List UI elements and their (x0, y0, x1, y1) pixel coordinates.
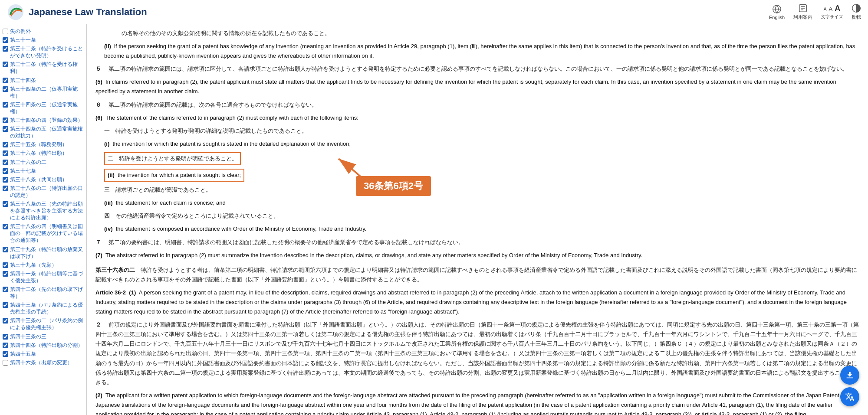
sidebar-checkbox-4[interactable] (3, 78, 8, 83)
sidebar-label-2: 第三十二条（特許を受けることができない発明） (10, 45, 84, 59)
sidebar-item-22[interactable]: 第四十三条の二（パリ条約の例による優先権主張） (0, 316, 86, 332)
sidebar-checkbox-19[interactable] (3, 271, 8, 277)
sidebar-label-26: 第四十六条（出願の変更） (10, 359, 72, 366)
sidebar-checkbox-6[interactable] (3, 102, 8, 108)
content-block-para2-ja: ２ 前項の規定により外国語書面及び外国語要約書面を願書に添付した特許出願（以下「… (95, 320, 859, 387)
sidebar-label-24: 第四十四条（特許出願の分割） (10, 342, 83, 349)
highlight-english: (ii) the invention for which a patent is… (104, 169, 244, 182)
sidebar-item-2[interactable]: 第三十二条（特許を受けることができない発明） (0, 44, 86, 60)
sidebar-checkbox-16[interactable] (3, 224, 8, 229)
sidebar-checkbox-15[interactable] (3, 201, 8, 207)
sidebar-item-6[interactable]: 第三十四条の三（仮通常実施権） (0, 100, 86, 116)
sidebar-label-6: 第三十四条の三（仮通常実施権） (10, 101, 84, 115)
download-fab[interactable] (840, 366, 859, 385)
sidebar-checkbox-17[interactable] (3, 247, 8, 252)
sidebar-item-16[interactable]: 第三十八条の四（明細書又は図面の一部の記載が欠けている場合の通知等） (0, 222, 86, 245)
sidebar-checkbox-24[interactable] (3, 343, 8, 348)
sidebar-checkbox-9[interactable] (3, 142, 8, 147)
sidebar-checkbox-12[interactable] (3, 168, 8, 174)
sidebar-label-0: 失の例外 (10, 28, 31, 35)
sidebar-label-11: 第三十六条の二 (10, 159, 46, 166)
sidebar-item-7[interactable]: 第三十四条の四（登録の効果） (0, 116, 86, 124)
content-block-16: (7) The abstract referred to in paragrap… (95, 251, 859, 260)
sidebar-checkbox-2[interactable] (3, 46, 8, 52)
font-size-controls[interactable]: A A A 文字サイズ (821, 4, 843, 20)
sidebar-label-4: 第三十四条 (10, 77, 36, 84)
sidebar-checkbox-7[interactable] (3, 118, 8, 123)
font-size-small[interactable]: A (824, 7, 827, 12)
sidebar-item-21[interactable]: 第四十三条（パリ条約による優先権主張の手続） (0, 301, 86, 316)
sidebar-checkbox-11[interactable] (3, 160, 8, 165)
sidebar-checkbox-26[interactable] (3, 360, 8, 366)
sidebar-item-4[interactable]: 第三十四条 (0, 76, 86, 85)
content-block-10-highlighted: (ii) the invention for which a patent is… (104, 169, 859, 182)
header: Japanese Law Translation English 利用案内 (0, 0, 868, 24)
sidebar-item-26[interactable]: 第四十六条（出願の変更） (0, 358, 86, 367)
sidebar-item-15[interactable]: 第三十八条の三（先の特許出願を参照すべき旨を主張する方法による特許出願） (0, 199, 86, 222)
content-block-13: 四 その他経済産業省令で定めるところにより記載されていること。 (104, 211, 859, 221)
sidebar-item-0[interactable]: 失の例外 (0, 27, 86, 36)
sidebar-item-8[interactable]: 第三十四条の五（仮通常実施権の対抗力） (0, 124, 86, 140)
logo-icon (7, 3, 24, 21)
sidebar-checkbox-5[interactable] (3, 86, 8, 92)
sidebar-item-18[interactable]: 第三十九条（先願） (0, 261, 86, 269)
sidebar-checkbox-10[interactable] (3, 150, 8, 156)
content-block-4: (5) In claims referred to in paragraph (… (95, 77, 859, 96)
guide-button[interactable]: 利用案内 (793, 3, 812, 20)
sidebar[interactable]: 失の例外 第三十一条 第三十二条（特許を受けることができない発明） 第三十三条（… (0, 24, 87, 415)
translate-fab[interactable] (840, 387, 859, 406)
sidebar-item-5[interactable]: 第三十四条の二（仮専用実施権） (0, 85, 86, 100)
sidebar-checkbox-8[interactable] (3, 126, 8, 132)
font-size-medium[interactable]: A (829, 6, 833, 12)
sidebar-item-11[interactable]: 第三十六条の二 (0, 158, 86, 167)
main-content[interactable]: の名称その他のその文献公知発明に関する情報の所在を記載したものであること。 (i… (87, 24, 868, 415)
sidebar-item-25[interactable]: 第四十五条 (0, 350, 86, 358)
sidebar-item-9[interactable]: 第三十五条（職務発明） (0, 140, 86, 149)
sidebar-item-17[interactable]: 第三十九条（特許出願の放棄又は取下げ） (0, 245, 86, 261)
sidebar-checkbox-14[interactable] (3, 186, 8, 191)
sidebar-checkbox-22[interactable] (3, 318, 8, 324)
sidebar-item-23[interactable]: 第四十三条の三 (0, 332, 86, 341)
invert-button[interactable]: 反転 (852, 3, 861, 20)
sidebar-label-9: 第三十五条（職務発明） (10, 141, 67, 148)
sidebar-checkbox-1[interactable] (3, 37, 8, 43)
sidebar-label-8: 第三十四条の五（仮通常実施権の対抗力） (10, 125, 84, 139)
sidebar-item-3[interactable]: 第三十三条（特許を受ける権利） (0, 60, 86, 75)
sidebar-checkbox-23[interactable] (3, 334, 8, 340)
sidebar-label-15: 第三十八条の三（先の特許出願を参照すべき旨を主張する方法による特許出願） (10, 200, 84, 221)
font-size-large[interactable]: A (835, 4, 840, 13)
svg-point-0 (8, 4, 23, 20)
sidebar-item-10[interactable]: 第三十六条（特許出願） (0, 149, 86, 157)
sidebar-label-14: 第三十八条の二（特許出願の日の認定） (10, 185, 84, 199)
sidebar-item-14[interactable]: 第三十八条の二（特許出願の日の認定） (0, 184, 86, 199)
sidebar-item-24[interactable]: 第四十四条（特許出願の分割） (0, 341, 86, 350)
sidebar-item-13[interactable]: 第三十八条（共同出願） (0, 175, 86, 184)
layout: 失の例外 第三十一条 第三十二条（特許を受けることができない発明） 第三十三条（… (0, 24, 868, 415)
content-block-12: (iii) the statement for each claim is co… (104, 198, 859, 208)
sidebar-checkbox-21[interactable] (3, 302, 8, 308)
sidebar-checkbox-20[interactable] (3, 287, 8, 292)
sidebar-checkbox-0[interactable] (3, 29, 8, 34)
sidebar-label-23: 第四十三条の三 (10, 333, 46, 340)
sidebar-item-19[interactable]: 第四十一条（特許出願等に基づく優先主張） (0, 269, 86, 285)
sidebar-item-1[interactable]: 第三十一条 (0, 36, 86, 44)
sidebar-label-25: 第四十五条 (10, 350, 36, 357)
sidebar-checkbox-13[interactable] (3, 177, 8, 183)
sidebar-checkbox-25[interactable] (3, 351, 8, 357)
content-block-8: (i) the invention for which the patent i… (104, 139, 859, 149)
content-block-para2-en: (2) The applicant for a written patent a… (95, 391, 859, 415)
content-block-15: ７ 第二項の要約書には、明細書、特許請求の範囲又は図面に記載した発明の概要その他… (95, 238, 859, 247)
sidebar-checkbox-18[interactable] (3, 262, 8, 268)
sidebar-checkbox-3[interactable] (3, 62, 8, 67)
sidebar-item-12[interactable]: 第三十七条 (0, 167, 86, 175)
sidebar-label-22: 第四十三条の二（パリ条約の例による優先権主張） (10, 317, 84, 331)
sidebar-label-19: 第四十一条（特許出願等に基づく優先主張） (10, 270, 84, 284)
content-block-11: 三 請求項ごとの記載が簡潔であること。 (104, 185, 859, 195)
language-button[interactable]: English (769, 4, 785, 20)
content-block-5: ６ 第二項の特許請求の範囲の記載は、次の各号に適合するものでなければならない。 (95, 100, 859, 110)
sidebar-item-20[interactable]: 第四十二条（先の出願の取下げ等） (0, 285, 86, 301)
sidebar-label-5: 第三十四条の二（仮専用実施権） (10, 85, 84, 99)
sidebar-label-7: 第三十四条の四（登録の効果） (10, 117, 83, 124)
content-block-article-36-2-ja: 第三十六条の二 特許を受けようとする者は、前条第二項の明細書、特許請求の範囲第六… (95, 265, 859, 284)
sidebar-label-12: 第三十七条 (10, 167, 36, 174)
